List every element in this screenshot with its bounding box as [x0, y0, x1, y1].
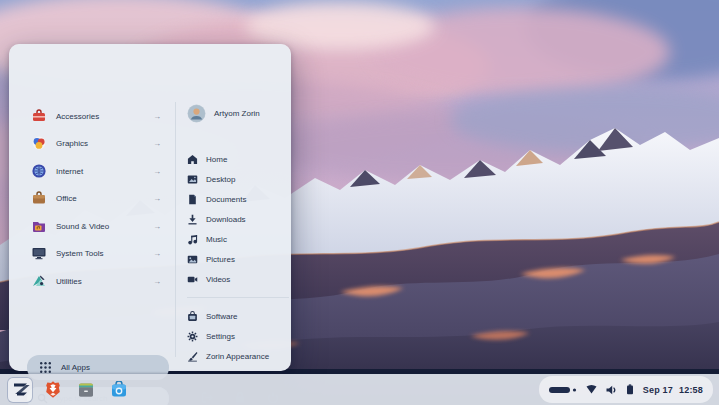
zorin-menu-button[interactable]: [7, 377, 33, 403]
taskbar: Sep 17 12:58: [0, 374, 719, 405]
menu-item-settings[interactable]: Settings: [187, 327, 291, 345]
graphics-icon: [31, 135, 47, 151]
monitor-icon: [31, 245, 47, 261]
volume-icon: [606, 385, 617, 395]
category-label: Sound & Video: [56, 222, 144, 231]
toolbox-icon: [31, 108, 47, 124]
place-item-documents[interactable]: Documents: [187, 190, 291, 208]
brave-browser-icon: [44, 380, 62, 399]
clock-time: 12:58: [679, 385, 703, 395]
category-label: Graphics: [56, 139, 144, 148]
chevron-right-icon: →: [153, 277, 171, 286]
place-label: Videos: [206, 275, 230, 284]
app-menu-panel: Accessories → Graphics → Internet → Offi…: [9, 44, 291, 371]
chevron-right-icon: →: [153, 139, 171, 148]
category-label: Internet: [56, 167, 144, 176]
apps-grid-icon: [39, 361, 52, 374]
chevron-right-icon: →: [153, 167, 171, 176]
document-icon: [187, 194, 198, 205]
software-bag-icon: [187, 311, 198, 322]
category-item-office[interactable]: Office →: [23, 186, 171, 210]
category-label: Accessories: [56, 112, 144, 121]
system-tray[interactable]: Sep 17 12:58: [539, 376, 713, 403]
place-label: Downloads: [206, 215, 246, 224]
file-manager-icon: [77, 381, 95, 399]
place-label: Pictures: [206, 255, 235, 264]
place-label: Desktop: [206, 175, 235, 184]
chevron-right-icon: →: [153, 112, 171, 121]
menu-item-label: Software: [206, 312, 238, 321]
music-note-icon: [187, 234, 198, 245]
chevron-right-icon: →: [153, 249, 171, 258]
clock[interactable]: Sep 17 12:58: [643, 385, 703, 395]
user-profile[interactable]: Artyom Zorin: [187, 102, 287, 124]
zorin-menu-icon: [11, 380, 30, 399]
chevron-right-icon: →: [153, 194, 171, 203]
avatar: [187, 104, 206, 123]
place-item-music[interactable]: Music: [187, 230, 291, 248]
software-store-icon: [110, 381, 128, 399]
user-name: Artyom Zorin: [214, 109, 260, 118]
briefcase-icon: [31, 190, 47, 206]
file-manager-button[interactable]: [73, 377, 99, 403]
menu-vertical-divider: [175, 102, 176, 357]
category-item-internet[interactable]: Internet →: [23, 159, 171, 183]
battery-pill-icon: [549, 385, 577, 395]
category-item-sound-video[interactable]: Sound & Video →: [23, 214, 171, 238]
desktop-icon: [187, 174, 198, 185]
category-item-system-tools[interactable]: System Tools →: [23, 241, 171, 265]
chevron-right-icon: →: [153, 222, 171, 231]
category-item-graphics[interactable]: Graphics →: [23, 131, 171, 155]
media-folder-icon: [31, 218, 47, 234]
place-label: Home: [206, 155, 227, 164]
place-item-desktop[interactable]: Desktop: [187, 170, 291, 188]
menu-item-software[interactable]: Software: [187, 307, 291, 325]
all-apps-label: All Apps: [61, 363, 90, 372]
home-icon: [187, 154, 198, 165]
desktop: Accessories → Graphics → Internet → Offi…: [0, 0, 719, 405]
menu-item-label: Zorin Appearance: [206, 352, 269, 361]
gear-icon: [187, 331, 198, 342]
clock-date: Sep 17: [643, 385, 673, 395]
brave-browser-button[interactable]: [40, 377, 66, 403]
category-item-accessories[interactable]: Accessories →: [23, 104, 171, 128]
category-label: System Tools: [56, 249, 144, 258]
place-label: Music: [206, 235, 227, 244]
picture-icon: [187, 254, 198, 265]
menu-item-zorin-appearance[interactable]: Zorin Appearance: [187, 347, 291, 365]
utilities-icon: [31, 273, 47, 289]
category-item-utilities[interactable]: Utilities →: [23, 269, 171, 293]
category-label: Utilities: [56, 277, 144, 286]
menu-horizontal-divider: [187, 297, 289, 298]
video-camera-icon: [187, 274, 198, 285]
menu-item-label: Settings: [206, 332, 235, 341]
download-icon: [187, 214, 198, 225]
battery-vertical-icon: [626, 384, 634, 395]
place-label: Documents: [206, 195, 246, 204]
wifi-icon: [586, 385, 597, 394]
place-item-downloads[interactable]: Downloads: [187, 210, 291, 228]
software-store-button[interactable]: [106, 377, 132, 403]
place-item-videos[interactable]: Videos: [187, 270, 291, 288]
appearance-brush-icon: [187, 351, 198, 362]
globe-icon: [31, 163, 47, 179]
category-label: Office: [56, 194, 144, 203]
place-item-home[interactable]: Home: [187, 150, 291, 168]
place-item-pictures[interactable]: Pictures: [187, 250, 291, 268]
